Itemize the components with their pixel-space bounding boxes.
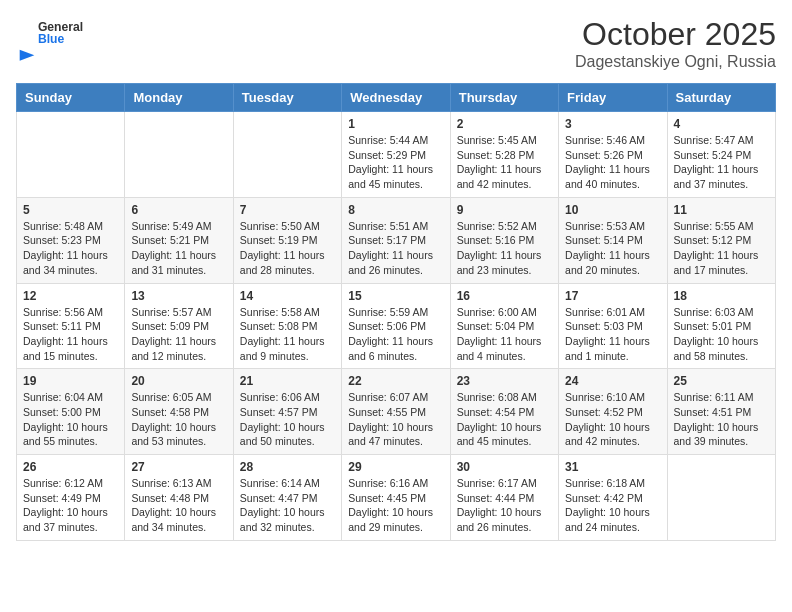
day-detail: Sunrise: 6:03 AMSunset: 5:01 PMDaylight:… (674, 305, 769, 364)
day-detail: Sunrise: 6:18 AMSunset: 4:42 PMDaylight:… (565, 476, 660, 535)
day-number: 5 (23, 203, 118, 217)
logo-icon: General Blue (16, 16, 86, 46)
day-header-wednesday: Wednesday (342, 84, 450, 112)
day-number: 6 (131, 203, 226, 217)
day-number: 2 (457, 117, 552, 131)
day-detail: Sunrise: 5:48 AMSunset: 5:23 PMDaylight:… (23, 219, 118, 278)
day-detail: Sunrise: 5:58 AMSunset: 5:08 PMDaylight:… (240, 305, 335, 364)
day-number: 9 (457, 203, 552, 217)
calendar-cell: 2Sunrise: 5:45 AMSunset: 5:28 PMDaylight… (450, 112, 558, 198)
day-header-monday: Monday (125, 84, 233, 112)
calendar-table: SundayMondayTuesdayWednesdayThursdayFrid… (16, 83, 776, 541)
calendar-cell: 18Sunrise: 6:03 AMSunset: 5:01 PMDayligh… (667, 283, 775, 369)
calendar-cell (667, 455, 775, 541)
day-number: 14 (240, 289, 335, 303)
day-detail: Sunrise: 5:53 AMSunset: 5:14 PMDaylight:… (565, 219, 660, 278)
day-detail: Sunrise: 6:06 AMSunset: 4:57 PMDaylight:… (240, 390, 335, 449)
day-number: 12 (23, 289, 118, 303)
calendar-cell (17, 112, 125, 198)
day-number: 8 (348, 203, 443, 217)
calendar-cell: 7Sunrise: 5:50 AMSunset: 5:19 PMDaylight… (233, 197, 341, 283)
day-detail: Sunrise: 5:45 AMSunset: 5:28 PMDaylight:… (457, 133, 552, 192)
day-detail: Sunrise: 6:11 AMSunset: 4:51 PMDaylight:… (674, 390, 769, 449)
calendar-cell: 6Sunrise: 5:49 AMSunset: 5:21 PMDaylight… (125, 197, 233, 283)
day-header-thursday: Thursday (450, 84, 558, 112)
calendar-cell: 29Sunrise: 6:16 AMSunset: 4:45 PMDayligh… (342, 455, 450, 541)
day-number: 20 (131, 374, 226, 388)
day-detail: Sunrise: 5:56 AMSunset: 5:11 PMDaylight:… (23, 305, 118, 364)
day-number: 23 (457, 374, 552, 388)
day-number: 22 (348, 374, 443, 388)
day-detail: Sunrise: 5:57 AMSunset: 5:09 PMDaylight:… (131, 305, 226, 364)
day-number: 3 (565, 117, 660, 131)
day-detail: Sunrise: 6:10 AMSunset: 4:52 PMDaylight:… (565, 390, 660, 449)
day-number: 25 (674, 374, 769, 388)
calendar-cell: 19Sunrise: 6:04 AMSunset: 5:00 PMDayligh… (17, 369, 125, 455)
day-number: 19 (23, 374, 118, 388)
calendar-week-row: 12Sunrise: 5:56 AMSunset: 5:11 PMDayligh… (17, 283, 776, 369)
day-header-tuesday: Tuesday (233, 84, 341, 112)
day-number: 11 (674, 203, 769, 217)
day-number: 17 (565, 289, 660, 303)
day-detail: Sunrise: 5:50 AMSunset: 5:19 PMDaylight:… (240, 219, 335, 278)
calendar-week-row: 26Sunrise: 6:12 AMSunset: 4:49 PMDayligh… (17, 455, 776, 541)
day-number: 26 (23, 460, 118, 474)
calendar-cell: 17Sunrise: 6:01 AMSunset: 5:03 PMDayligh… (559, 283, 667, 369)
day-detail: Sunrise: 5:44 AMSunset: 5:29 PMDaylight:… (348, 133, 443, 192)
day-detail: Sunrise: 5:59 AMSunset: 5:06 PMDaylight:… (348, 305, 443, 364)
calendar-cell: 22Sunrise: 6:07 AMSunset: 4:55 PMDayligh… (342, 369, 450, 455)
day-number: 16 (457, 289, 552, 303)
location-subtitle: Dagestanskiye Ogni, Russia (575, 53, 776, 71)
calendar-cell: 31Sunrise: 6:18 AMSunset: 4:42 PMDayligh… (559, 455, 667, 541)
page-header: General Blue October 2025 Dagestanskiye … (16, 16, 776, 71)
logo: General Blue (16, 16, 86, 68)
day-number: 18 (674, 289, 769, 303)
calendar-cell: 25Sunrise: 6:11 AMSunset: 4:51 PMDayligh… (667, 369, 775, 455)
day-detail: Sunrise: 6:14 AMSunset: 4:47 PMDaylight:… (240, 476, 335, 535)
day-detail: Sunrise: 6:17 AMSunset: 4:44 PMDaylight:… (457, 476, 552, 535)
calendar-cell: 3Sunrise: 5:46 AMSunset: 5:26 PMDaylight… (559, 112, 667, 198)
day-number: 21 (240, 374, 335, 388)
day-detail: Sunrise: 6:12 AMSunset: 4:49 PMDaylight:… (23, 476, 118, 535)
calendar-cell (125, 112, 233, 198)
calendar-cell: 14Sunrise: 5:58 AMSunset: 5:08 PMDayligh… (233, 283, 341, 369)
calendar-cell: 21Sunrise: 6:06 AMSunset: 4:57 PMDayligh… (233, 369, 341, 455)
day-detail: Sunrise: 6:01 AMSunset: 5:03 PMDaylight:… (565, 305, 660, 364)
day-number: 4 (674, 117, 769, 131)
day-detail: Sunrise: 6:05 AMSunset: 4:58 PMDaylight:… (131, 390, 226, 449)
calendar-cell: 10Sunrise: 5:53 AMSunset: 5:14 PMDayligh… (559, 197, 667, 283)
day-detail: Sunrise: 5:55 AMSunset: 5:12 PMDaylight:… (674, 219, 769, 278)
calendar-cell: 24Sunrise: 6:10 AMSunset: 4:52 PMDayligh… (559, 369, 667, 455)
day-detail: Sunrise: 6:00 AMSunset: 5:04 PMDaylight:… (457, 305, 552, 364)
calendar-cell: 8Sunrise: 5:51 AMSunset: 5:17 PMDaylight… (342, 197, 450, 283)
calendar-cell: 4Sunrise: 5:47 AMSunset: 5:24 PMDaylight… (667, 112, 775, 198)
calendar-cell: 30Sunrise: 6:17 AMSunset: 4:44 PMDayligh… (450, 455, 558, 541)
calendar-cell: 23Sunrise: 6:08 AMSunset: 4:54 PMDayligh… (450, 369, 558, 455)
calendar-cell: 11Sunrise: 5:55 AMSunset: 5:12 PMDayligh… (667, 197, 775, 283)
calendar-header-row: SundayMondayTuesdayWednesdayThursdayFrid… (17, 84, 776, 112)
day-detail: Sunrise: 5:51 AMSunset: 5:17 PMDaylight:… (348, 219, 443, 278)
day-detail: Sunrise: 6:16 AMSunset: 4:45 PMDaylight:… (348, 476, 443, 535)
calendar-cell: 1Sunrise: 5:44 AMSunset: 5:29 PMDaylight… (342, 112, 450, 198)
day-number: 1 (348, 117, 443, 131)
day-number: 15 (348, 289, 443, 303)
calendar-cell: 12Sunrise: 5:56 AMSunset: 5:11 PMDayligh… (17, 283, 125, 369)
month-title: October 2025 (575, 16, 776, 53)
day-number: 7 (240, 203, 335, 217)
day-detail: Sunrise: 6:07 AMSunset: 4:55 PMDaylight:… (348, 390, 443, 449)
day-header-friday: Friday (559, 84, 667, 112)
day-number: 24 (565, 374, 660, 388)
day-header-saturday: Saturday (667, 84, 775, 112)
calendar-cell: 16Sunrise: 6:00 AMSunset: 5:04 PMDayligh… (450, 283, 558, 369)
calendar-cell: 13Sunrise: 5:57 AMSunset: 5:09 PMDayligh… (125, 283, 233, 369)
day-number: 27 (131, 460, 226, 474)
calendar-cell: 26Sunrise: 6:12 AMSunset: 4:49 PMDayligh… (17, 455, 125, 541)
day-number: 29 (348, 460, 443, 474)
title-block: October 2025 Dagestanskiye Ogni, Russia (575, 16, 776, 71)
day-detail: Sunrise: 5:49 AMSunset: 5:21 PMDaylight:… (131, 219, 226, 278)
day-number: 31 (565, 460, 660, 474)
calendar-cell: 15Sunrise: 5:59 AMSunset: 5:06 PMDayligh… (342, 283, 450, 369)
day-number: 28 (240, 460, 335, 474)
calendar-week-row: 19Sunrise: 6:04 AMSunset: 5:00 PMDayligh… (17, 369, 776, 455)
day-detail: Sunrise: 6:04 AMSunset: 5:00 PMDaylight:… (23, 390, 118, 449)
